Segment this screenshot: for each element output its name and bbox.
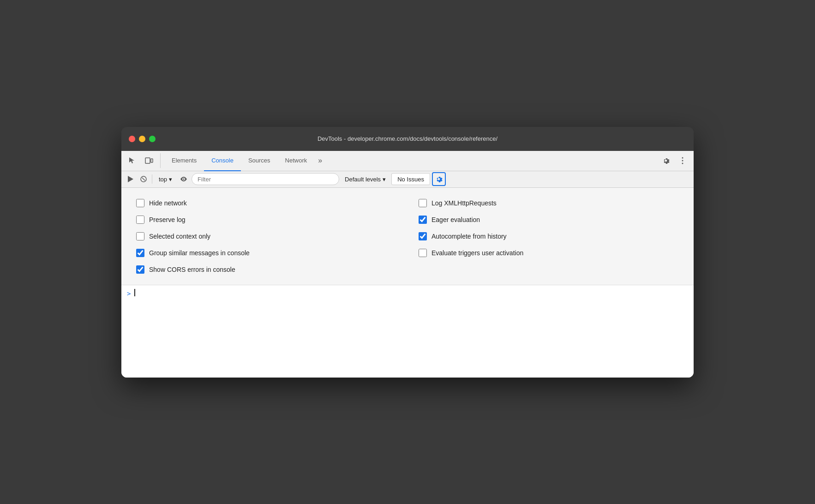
evaluate-triggers-label: Evaluate triggers user activation xyxy=(431,249,523,257)
svg-point-4 xyxy=(682,163,683,164)
log-xmlhttp-item[interactable]: Log XMLHttpRequests xyxy=(419,199,679,207)
log-xmlhttp-label: Log XMLHttpRequests xyxy=(431,199,497,207)
svg-rect-1 xyxy=(151,159,153,162)
hide-network-item[interactable]: Hide network xyxy=(136,199,396,207)
titlebar: DevTools - developer.chrome.com/docs/dev… xyxy=(121,127,694,151)
dropdown-arrow-icon: ▾ xyxy=(169,176,172,183)
selected-context-item[interactable]: Selected context only xyxy=(136,232,396,240)
log-xmlhttp-checkbox[interactable] xyxy=(419,199,427,207)
devtools-content: Elements Console Sources Network » xyxy=(121,151,694,378)
toolbar-separator-1 xyxy=(152,174,152,184)
autocomplete-history-checkbox[interactable] xyxy=(419,232,427,240)
levels-label: Default levels xyxy=(345,176,381,183)
settings-panel: Hide network Preserve log Selected conte… xyxy=(121,188,694,285)
settings-button[interactable] xyxy=(659,153,673,168)
maximize-button[interactable] xyxy=(149,136,156,142)
svg-point-8 xyxy=(183,179,185,180)
console-cursor xyxy=(134,289,135,296)
eager-eval-label: Eager evaluation xyxy=(431,216,480,223)
tab-bar-actions xyxy=(659,153,690,168)
svg-line-7 xyxy=(142,178,145,180)
close-button[interactable] xyxy=(129,136,135,142)
console-settings-active-button[interactable] xyxy=(432,172,446,186)
context-selector[interactable]: top ▾ xyxy=(155,173,176,185)
titlebar-title: DevTools - developer.chrome.com/docs/dev… xyxy=(318,135,497,142)
eager-eval-item[interactable]: Eager evaluation xyxy=(419,216,679,224)
selected-context-label: Selected context only xyxy=(149,233,210,240)
hide-network-label: Hide network xyxy=(149,199,187,207)
console-toolbar: top ▾ Default levels ▾ No Issues xyxy=(121,171,694,188)
svg-point-3 xyxy=(682,160,683,162)
hide-network-checkbox[interactable] xyxy=(136,199,144,207)
selected-context-checkbox[interactable] xyxy=(136,232,144,240)
console-area[interactable]: > xyxy=(121,285,694,378)
evaluate-triggers-checkbox[interactable] xyxy=(419,249,427,257)
log-levels-selector[interactable]: Default levels ▾ xyxy=(341,173,390,185)
tab-bar: Elements Console Sources Network » xyxy=(121,151,694,171)
group-similar-item[interactable]: Group similar messages in console xyxy=(136,249,396,257)
eager-eval-checkbox[interactable] xyxy=(419,216,427,224)
console-input-line[interactable] xyxy=(134,289,135,296)
clear-console-button[interactable] xyxy=(138,173,149,185)
autocomplete-history-label: Autocomplete from history xyxy=(431,233,507,240)
svg-rect-0 xyxy=(145,158,150,163)
tab-sources[interactable]: Sources xyxy=(241,151,278,171)
more-options-button[interactable] xyxy=(675,153,690,168)
minimize-button[interactable] xyxy=(139,136,145,142)
run-script-button[interactable] xyxy=(125,173,136,185)
device-toolbar-button[interactable] xyxy=(142,153,156,168)
svg-point-2 xyxy=(682,157,683,159)
traffic-lights xyxy=(129,136,156,142)
autocomplete-history-item[interactable]: Autocomplete from history xyxy=(419,232,679,240)
preserve-log-checkbox[interactable] xyxy=(136,216,144,224)
settings-right-column: Log XMLHttpRequests Eager evaluation Aut… xyxy=(419,199,679,274)
svg-marker-5 xyxy=(128,176,133,182)
show-cors-checkbox[interactable] xyxy=(136,265,144,274)
preserve-log-item[interactable]: Preserve log xyxy=(136,216,396,224)
tab-icon-group xyxy=(125,153,161,168)
group-similar-label: Group similar messages in console xyxy=(149,249,250,257)
tab-elements[interactable]: Elements xyxy=(164,151,204,171)
devtools-window: DevTools - developer.chrome.com/docs/dev… xyxy=(121,127,694,378)
eye-button[interactable] xyxy=(178,173,190,185)
evaluate-triggers-item[interactable]: Evaluate triggers user activation xyxy=(419,249,679,257)
group-similar-checkbox[interactable] xyxy=(136,249,144,257)
no-issues-button[interactable]: No Issues xyxy=(391,173,430,185)
more-tabs-button[interactable]: » xyxy=(314,156,326,165)
tab-network[interactable]: Network xyxy=(278,151,315,171)
levels-arrow-icon: ▾ xyxy=(383,176,386,183)
filter-input[interactable] xyxy=(192,173,339,185)
context-label: top xyxy=(159,176,167,183)
tab-console[interactable]: Console xyxy=(204,151,241,171)
tabs-container: Elements Console Sources Network » xyxy=(164,151,659,171)
inspect-element-button[interactable] xyxy=(125,153,140,168)
show-cors-item[interactable]: Show CORS errors in console xyxy=(136,265,396,274)
settings-left-column: Hide network Preserve log Selected conte… xyxy=(136,199,396,274)
show-cors-label: Show CORS errors in console xyxy=(149,266,235,273)
preserve-log-label: Preserve log xyxy=(149,216,186,223)
settings-grid: Hide network Preserve log Selected conte… xyxy=(136,199,679,274)
console-prompt: > xyxy=(127,290,131,297)
